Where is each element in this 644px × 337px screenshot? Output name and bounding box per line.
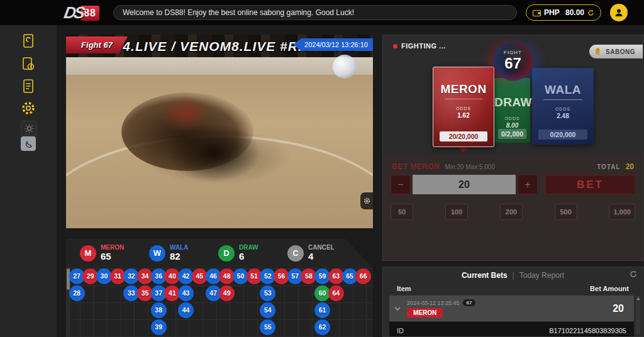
bet-id-value: B1710221145803839305	[549, 327, 626, 334]
fight-status: FIGHTING ...	[393, 42, 446, 50]
draw-stat-value: 6	[239, 251, 258, 262]
draw-pool-value: 0/2,000	[498, 129, 526, 139]
light-theme-toggle[interactable]	[21, 121, 37, 136]
history-cell: 43	[178, 285, 194, 301]
history-cell: 49	[219, 285, 235, 301]
history-cell: 54	[260, 302, 275, 318]
bet-side-badge: MERON	[407, 308, 443, 318]
bet-history-row[interactable]: 2024-03-12 13:25:45 67 MERON 20	[389, 296, 634, 321]
wala-bet-card[interactable]: WALA ODDS 2.48 0/20,000	[532, 68, 594, 145]
bet-total-label: TOTAL	[597, 163, 620, 170]
bet-total-value: 20	[626, 162, 634, 171]
wala-pool-value: 0/20,000	[538, 130, 587, 140]
history-cell: 53	[260, 285, 275, 301]
meron-pool-value: 20/20,000	[440, 131, 487, 141]
video-wall	[66, 57, 373, 75]
wallet-balance-pill[interactable]: PHP 80.00	[526, 4, 601, 21]
history-grid: 2728293031323334353637383940414243444546…	[66, 267, 373, 337]
meron-odds-value: 1.62	[433, 112, 494, 119]
meron-card-divider	[445, 99, 482, 99]
history-cell: 66	[355, 268, 371, 284]
bet-limits: Min:20 Max:5,000	[445, 163, 496, 170]
history-cell: 38	[151, 302, 167, 318]
logo-ds-text: DS	[62, 3, 85, 23]
stream-quality-button[interactable]	[360, 192, 373, 209]
refresh-bets-icon[interactable]	[630, 270, 637, 278]
rooster-icon	[594, 47, 602, 56]
bet-id-label: ID	[397, 327, 404, 334]
wala-letter-badge: W	[149, 245, 165, 262]
game-tag: SABONG	[589, 45, 643, 58]
bet-submit-button[interactable]: BET	[545, 175, 635, 194]
current-bets-panel: Current Bets | Today Report Item Bet Amo…	[382, 267, 643, 337]
status-text: FIGHTING ...	[401, 42, 446, 50]
meron-odds-label: ODDS	[433, 106, 494, 111]
bet-section: BET MERON Min:20 Max:5,000 TOTAL 20 − 20…	[383, 155, 643, 262]
transactions-icon[interactable]	[19, 55, 37, 73]
tab-separator: |	[513, 271, 514, 280]
history-cell: 44	[178, 302, 194, 318]
quick-bet-200[interactable]: 200	[500, 204, 523, 220]
quick-bet-50[interactable]: 50	[391, 204, 413, 220]
selected-card-arrow	[459, 148, 468, 153]
quick-bet-100[interactable]: 100	[445, 204, 468, 220]
wala-odds-label: ODDS	[532, 107, 594, 111]
fight-number-sphere: FIGHT 67	[494, 41, 533, 80]
welcome-text: Welcome to DS88! Enjoy the best online s…	[123, 8, 354, 17]
app: DS 88 Welcome to DS88! Enjoy the best on…	[0, 0, 644, 337]
stat-wala: W WALA 82	[149, 244, 204, 262]
wallet-icon	[533, 9, 541, 16]
draw-card-name: DRAW	[494, 96, 530, 109]
stat-meron: M MERON 65	[80, 244, 135, 262]
bet-time: 2024-03-12 13:25:45	[407, 300, 460, 306]
balance-value: 80.00	[565, 8, 584, 17]
ds88-logo: DS 88	[64, 3, 99, 23]
meron-stat-value: 65	[101, 251, 124, 262]
video-rooster-2	[167, 123, 261, 182]
quick-bet-500[interactable]: 500	[555, 204, 577, 220]
result-stats-bar: M MERON 65 W WALA 82 D DRAW 6 C CANCEL	[66, 239, 373, 267]
settings-gear-icon[interactable]	[19, 99, 37, 117]
column-bet-amount: Bet Amount	[590, 285, 629, 292]
column-item: Item	[397, 285, 411, 292]
draw-odds-label: ODDS	[494, 116, 530, 121]
stat-cancel: C CANCEL 4	[287, 244, 343, 262]
history-cell: 39	[151, 319, 167, 335]
currency-label: PHP	[544, 8, 560, 17]
draw-bet-card[interactable]: DRAW ODDS 8.00 0/2,000	[494, 78, 530, 143]
game-tag-label: SABONG	[606, 48, 635, 55]
bets-scrollbar[interactable]	[636, 296, 640, 334]
live-stream-video[interactable]: UCUP4.LIVE / VENOM8.LIVE #RISKISAN Fight…	[66, 35, 373, 228]
increase-amount-button[interactable]: +	[518, 175, 538, 194]
wala-card-name: WALA	[532, 83, 594, 97]
history-cell: 62	[314, 319, 330, 335]
bet-side-title: BET MERON	[392, 162, 440, 171]
bet-fight-badge: 67	[463, 299, 476, 306]
meron-bet-card[interactable]: MERON ODDS 1.62 20/20,000	[433, 67, 494, 147]
dark-theme-toggle[interactable]	[21, 136, 36, 151]
bet-amount-value: 20	[613, 303, 624, 314]
sidebar	[0, 25, 57, 337]
draw-letter-badge: D	[218, 245, 235, 262]
history-cell: 55	[260, 319, 275, 335]
wala-stat-value: 82	[170, 251, 188, 262]
topbar: DS 88 Welcome to DS88! Enjoy the best on…	[0, 0, 644, 25]
bet-id-row: ID B1710221145803839305	[389, 322, 634, 337]
reports-icon[interactable]	[19, 77, 37, 95]
decrease-amount-button[interactable]: −	[391, 175, 411, 194]
fight-number: 67	[494, 55, 533, 71]
match-panel: FIGHTING ... SABONG FIGHT 67 MERON ODDS …	[382, 35, 643, 261]
tab-current-bets[interactable]: Current Bets	[462, 271, 508, 280]
game-records-icon[interactable]	[19, 32, 37, 50]
draw-odds-value: 8.00	[494, 122, 530, 129]
chevron-down-icon[interactable]	[394, 307, 401, 311]
bet-amount-input[interactable]: 20	[413, 175, 516, 194]
tab-today-report[interactable]: Today Report	[519, 271, 564, 280]
status-dot-icon	[393, 44, 397, 48]
refresh-balance-icon[interactable]	[587, 9, 594, 16]
user-avatar[interactable]	[610, 4, 628, 21]
quick-bet-1000[interactable]: 1,000	[609, 204, 635, 220]
meron-card-name: MERON	[433, 82, 494, 96]
fight-number-badge: Fight 67	[66, 36, 128, 53]
wala-odds-value: 2.48	[532, 113, 594, 119]
